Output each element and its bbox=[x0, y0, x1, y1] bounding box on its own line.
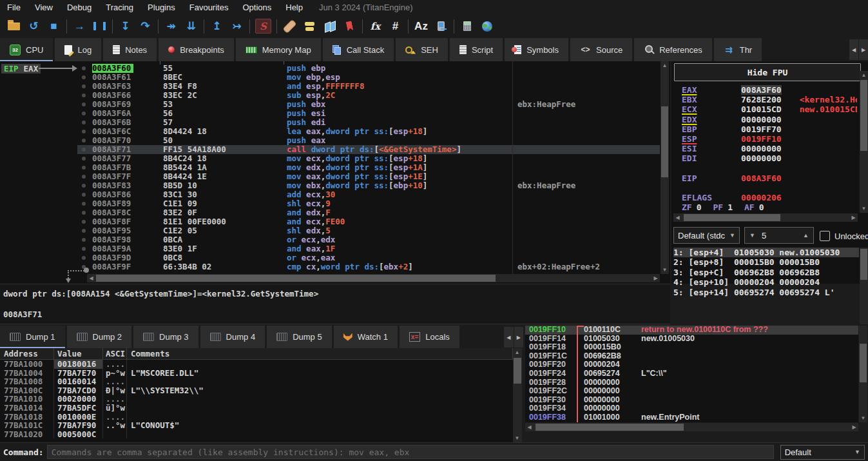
tab-references[interactable]: References bbox=[634, 38, 711, 61]
breakpoint-dot[interactable] bbox=[77, 145, 92, 154]
disasm-row[interactable]: 008A3F8C83E2 0Fand edx,F bbox=[77, 208, 660, 217]
restart-icon[interactable]: ↺ bbox=[24, 17, 44, 35]
tab-thr[interactable]: ⇉Thr bbox=[714, 38, 762, 61]
menu-view[interactable]: View bbox=[28, 3, 60, 12]
disasm-row[interactable]: 008A3F7B8B5424 1Amov edx,dword ptr ss:[e… bbox=[77, 163, 660, 172]
breakpoint-dot[interactable] bbox=[77, 199, 92, 208]
tab-scroll-left-button[interactable]: ◀ bbox=[849, 39, 858, 60]
tab-locals[interactable]: x=Locals bbox=[400, 326, 459, 348]
stack-row[interactable]: 0019FF2800000000 bbox=[525, 378, 858, 387]
scrollbar-thumb[interactable] bbox=[860, 249, 867, 280]
breakpoint-dot[interactable] bbox=[77, 127, 92, 136]
tab-memory-map[interactable]: Memory Map bbox=[236, 38, 321, 61]
patch-icon[interactable] bbox=[280, 17, 300, 35]
breakpoint-dot[interactable] bbox=[77, 91, 92, 100]
breakpoint-dot[interactable] bbox=[77, 163, 92, 172]
disassembly-vertical-scrollbar[interactable]: ▲ ▼ bbox=[661, 61, 669, 274]
scrollbar-thumb[interactable] bbox=[535, 424, 684, 431]
stack-row[interactable]: 0019FF1401005030new.01005030 bbox=[525, 335, 858, 344]
dump-row[interactable]: 77BA10200005000C bbox=[0, 430, 513, 439]
breakpoint-dot[interactable] bbox=[77, 190, 92, 199]
register-eip[interactable]: EIP008A3F60 bbox=[682, 173, 857, 183]
disasm-row[interactable]: 008A3F95C1E2 05shl edx,5 bbox=[77, 226, 660, 235]
pause-icon[interactable] bbox=[90, 17, 110, 35]
scrollbar-thumb[interactable] bbox=[860, 344, 867, 382]
dump-vertical-scrollbar[interactable]: ▲ ▼ bbox=[513, 348, 522, 442]
spin-up-icon[interactable]: ▲ bbox=[803, 232, 809, 239]
register-ebx[interactable]: EBX7628E200<kernel32.He bbox=[682, 95, 857, 104]
argument-row[interactable]: 4: [esp+10] 00000204 00000204 bbox=[673, 277, 859, 287]
arguments-vertical-scrollbar[interactable] bbox=[860, 248, 868, 324]
attach-icon[interactable] bbox=[431, 17, 451, 35]
tab-cpu[interactable]: 32CPU bbox=[0, 38, 53, 61]
breakpoint-dot[interactable] bbox=[77, 82, 92, 91]
disasm-row[interactable]: 008A3F6383E4 F8and esp,FFFFFFF8 bbox=[77, 82, 660, 91]
calculator-icon[interactable] bbox=[457, 17, 477, 35]
registers-horizontal-scrollbar[interactable]: ◀ ▶ bbox=[673, 213, 858, 222]
menu-plugins[interactable]: Plugins bbox=[140, 3, 182, 12]
register-edi[interactable]: EDI00000000 bbox=[682, 153, 857, 163]
run-icon[interactable]: → bbox=[70, 17, 90, 35]
step-into-icon[interactable]: ↧ bbox=[115, 17, 135, 35]
breakpoint-dot[interactable] bbox=[77, 154, 92, 163]
disasm-row[interactable]: 008A3F618BECmov ebp,esp bbox=[77, 73, 660, 82]
tab-seh[interactable]: SEH bbox=[396, 38, 448, 61]
menu-options[interactable]: Options bbox=[235, 3, 278, 12]
stop-icon[interactable]: ■ bbox=[44, 17, 64, 35]
disasm-row[interactable]: 008A3F7050push eax bbox=[77, 136, 660, 145]
scroll-right-icon[interactable]: ▶ bbox=[849, 213, 858, 222]
breakpoint-dot[interactable] bbox=[77, 109, 92, 118]
tab-dump-1[interactable]: Dump 1 bbox=[0, 326, 65, 348]
spin-down-icon[interactable]: ▼ bbox=[749, 232, 755, 239]
scroll-left-icon[interactable]: ◀ bbox=[673, 213, 682, 222]
tab-log[interactable]: Log bbox=[55, 38, 101, 61]
scroll-up-icon[interactable]: ▲ bbox=[661, 61, 669, 70]
scrollbar-thumb[interactable] bbox=[860, 80, 867, 151]
tab-call-stack[interactable]: Call Stack bbox=[323, 38, 394, 61]
globe-icon[interactable] bbox=[477, 17, 497, 35]
register-esi[interactable]: ESI00000000 bbox=[682, 144, 857, 153]
disassembly-horizontal-scrollbar[interactable]: ◀ ▶ bbox=[87, 274, 660, 282]
dump-row[interactable]: 77BA100477BA7E70p~°wL"MSCOREE.DLL" bbox=[0, 369, 513, 378]
argument-row[interactable]: 5: [esp+14] 00695274 00695274 L' bbox=[673, 288, 859, 297]
disasm-row[interactable]: 008A3F6953push ebxebx:HeapFree bbox=[77, 100, 660, 109]
scrollbar-thumb[interactable] bbox=[514, 358, 521, 384]
open-file-icon[interactable] bbox=[4, 17, 24, 35]
scroll-left-icon[interactable]: ◀ bbox=[525, 423, 534, 431]
dump-row[interactable]: 77BA100C77BA7CD0Đ|°wL"\\SYSTEM32\\" bbox=[0, 386, 513, 395]
tab-dump-4[interactable]: Dump 4 bbox=[200, 326, 265, 348]
column-header-asci[interactable]: ASCI bbox=[103, 348, 127, 359]
menu-file[interactable]: File bbox=[0, 3, 28, 12]
column-header-value[interactable]: Value bbox=[54, 348, 103, 359]
breakpoint-dot[interactable] bbox=[77, 100, 92, 109]
register-esp[interactable]: ESP0019FF10 bbox=[682, 134, 857, 144]
animate-into-icon[interactable]: ⇊ bbox=[181, 17, 201, 35]
command-input[interactable] bbox=[47, 445, 774, 459]
scrollbar-thumb[interactable] bbox=[684, 214, 780, 221]
breakpoint-dot[interactable] bbox=[77, 253, 92, 262]
disasm-row[interactable]: 008A3F8F81E1 00FE0000and ecx,FE00 bbox=[77, 217, 660, 226]
disasm-row[interactable]: 008A3F7F8B4424 1Emov eax,dword ptr ss:[e… bbox=[77, 172, 660, 181]
unlocked-checkbox[interactable]: Unlocked bbox=[820, 231, 868, 241]
label-icon[interactable] bbox=[320, 17, 340, 35]
tab-dump-3[interactable]: Dump 3 bbox=[133, 326, 198, 348]
tab-breakpoints[interactable]: Breakpoints bbox=[159, 38, 234, 61]
trace-icon[interactable]: S bbox=[255, 19, 271, 34]
tab-dump-5[interactable]: Dump 5 bbox=[267, 326, 332, 348]
scroll-down-icon[interactable]: ▼ bbox=[860, 204, 868, 213]
stack-row[interactable]: 0019FF2C00000000 bbox=[525, 387, 858, 396]
breakpoint-dot[interactable] bbox=[77, 64, 92, 73]
register-ebp[interactable]: EBP0019FF70 bbox=[682, 124, 857, 134]
flag-value[interactable]: 1 bbox=[728, 202, 733, 212]
flag-value[interactable]: 0 bbox=[697, 202, 702, 212]
disasm-row[interactable]: 008A3F6683EC 2Csub esp,2C bbox=[77, 91, 660, 100]
tab-dump-2[interactable]: Dump 2 bbox=[67, 326, 132, 348]
dump-tab-scroll-right-button[interactable]: ▶ bbox=[514, 327, 524, 348]
breakpoint-dot[interactable] bbox=[77, 172, 92, 181]
hash-icon[interactable]: # bbox=[385, 17, 405, 35]
tab-scroll-right-button[interactable]: ▶ bbox=[859, 39, 868, 60]
disasm-row[interactable]: 008A3F980BCAor ecx,edx bbox=[77, 235, 660, 244]
menu-favourites[interactable]: Favourites bbox=[182, 3, 236, 12]
dump-row[interactable]: 77BA100000180016.... bbox=[0, 360, 513, 369]
tab-script[interactable]: Script bbox=[450, 38, 503, 61]
